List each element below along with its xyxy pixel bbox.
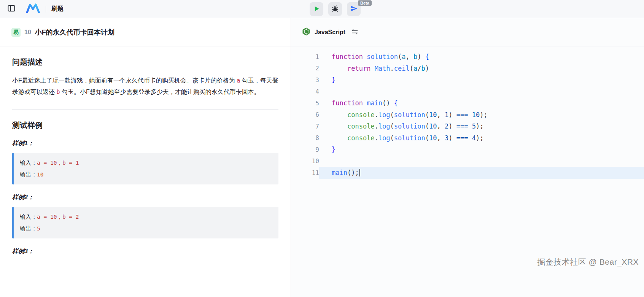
debug-button[interactable]	[328, 2, 342, 16]
main-split: 易 10 小F的永久代币卡回本计划 问题描述 小F最近迷上了玩一款游戏，她面前有…	[0, 18, 644, 297]
editor-panel: JavaScript 1function solution(a, b) {2 r…	[291, 18, 644, 297]
sample-label: 样例3：	[12, 248, 278, 256]
code-line[interactable]: 4	[291, 86, 644, 98]
text-cursor	[359, 169, 360, 176]
sample-row: 输入：a = 10，b = 1	[20, 157, 272, 169]
sidebar-toggle-icon	[7, 4, 16, 14]
problem-description: 小F最近迷上了玩一款游戏，她面前有一个永久代币卡的购买机会。该卡片的价格为 a …	[12, 75, 278, 98]
code-line[interactable]: 11main();	[291, 167, 644, 179]
problem-header: 易 10 小F的永久代币卡回本计划	[0, 18, 291, 46]
line-number: 9	[291, 146, 319, 153]
sample-code-block: 输入：a = 10，b = 1输出：10	[12, 153, 278, 184]
code-text: function solution(a, b) {	[319, 51, 644, 63]
app-name: 刷题	[51, 5, 64, 13]
swap-arrows-icon	[351, 29, 358, 36]
editor-lines: 1function solution(a, b) {2 return Math.…	[291, 51, 644, 179]
code-text: }	[319, 144, 644, 156]
beta-badge: Beta	[358, 0, 372, 6]
code-text: return Math.ceil(a/b)	[319, 63, 644, 75]
samples-container: 样例1：输入：a = 10，b = 1输出：10样例2：输入：a = 10，b …	[12, 140, 278, 256]
problem-content[interactable]: 问题描述 小F最近迷上了玩一款游戏，她面前有一个永久代币卡的购买机会。该卡片的价…	[0, 46, 291, 297]
sample-row: 输出：5	[20, 222, 272, 235]
language-switch-button[interactable]	[351, 28, 359, 37]
sample: 样例2：输入：a = 10，b = 2输出：5	[12, 194, 278, 238]
line-number: 5	[291, 100, 319, 107]
code-line[interactable]: 10	[291, 156, 644, 167]
send-icon	[350, 5, 358, 13]
topbar-divider	[46, 6, 46, 13]
marscode-logo-icon	[26, 3, 40, 15]
sample: 样例1：输入：a = 10，b = 1输出：10	[12, 140, 278, 184]
code-text: function main() {	[319, 97, 644, 109]
code-text	[319, 156, 644, 167]
description-heading: 问题描述	[12, 57, 278, 67]
line-number: 1	[291, 53, 319, 60]
code-line[interactable]: 2 return Math.ceil(a/b)	[291, 63, 644, 75]
code-text: console.log(solution(10, 3) === 4);	[319, 132, 644, 144]
sample-label: 样例2：	[12, 194, 278, 202]
app-window: 刷题 Beta	[0, 0, 644, 297]
sample-code-block: 输入：a = 10，b = 2输出：5	[12, 207, 278, 238]
line-number: 4	[291, 88, 319, 95]
section-divider	[12, 109, 278, 110]
code-line[interactable]: 1function solution(a, b) {	[291, 51, 644, 63]
code-text: }	[319, 74, 644, 86]
code-line[interactable]: 8 console.log(solution(10, 3) === 4);	[291, 132, 644, 144]
editor-header: JavaScript	[291, 18, 644, 46]
difficulty-badge: 易	[11, 28, 21, 37]
code-editor[interactable]: 1function solution(a, b) {2 return Math.…	[291, 46, 644, 179]
sample-row: 输入：a = 10，b = 2	[20, 211, 272, 223]
line-number: 8	[291, 134, 319, 141]
toolbar-actions: Beta	[310, 2, 361, 16]
code-line[interactable]: 9}	[291, 144, 644, 156]
sample: 样例3：	[12, 248, 278, 256]
line-number: 10	[291, 157, 319, 165]
code-line[interactable]: 3}	[291, 74, 644, 86]
inline-code: a	[237, 77, 240, 84]
code-line[interactable]: 5function main() {	[291, 97, 644, 109]
code-line[interactable]: 6 console.log(solution(10, 1) === 10);	[291, 109, 644, 121]
app-logo[interactable]	[26, 3, 40, 15]
line-number: 6	[291, 111, 319, 118]
code-line[interactable]: 7 console.log(solution(10, 2) === 5);	[291, 121, 644, 132]
code-text	[319, 86, 644, 98]
play-icon	[313, 5, 320, 13]
watermark: 掘金技术社区 @ Bear_XRX	[537, 257, 639, 267]
code-text: main();	[319, 167, 644, 179]
code-text: console.log(solution(10, 1) === 10);	[319, 109, 644, 121]
bug-icon	[331, 5, 339, 14]
problem-id: 10	[24, 29, 31, 36]
top-bar: 刷题 Beta	[0, 0, 644, 18]
code-text: console.log(solution(10, 2) === 5);	[319, 121, 644, 132]
problem-title: 小F的永久代币卡回本计划	[35, 28, 114, 37]
line-number: 7	[291, 123, 319, 130]
sample-label: 样例1：	[12, 140, 278, 148]
problem-panel: 易 10 小F的永久代币卡回本计划 问题描述 小F最近迷上了玩一款游戏，她面前有…	[0, 18, 291, 297]
language-label: JavaScript	[315, 29, 345, 36]
line-number: 11	[291, 169, 319, 176]
line-number: 2	[291, 65, 319, 72]
samples-heading: 测试样例	[12, 120, 278, 130]
line-number: 3	[291, 76, 319, 84]
run-button[interactable]	[310, 2, 323, 16]
sidebar-toggle-button[interactable]	[5, 3, 17, 15]
javascript-icon	[302, 27, 311, 38]
sample-row: 输出：10	[20, 168, 272, 181]
